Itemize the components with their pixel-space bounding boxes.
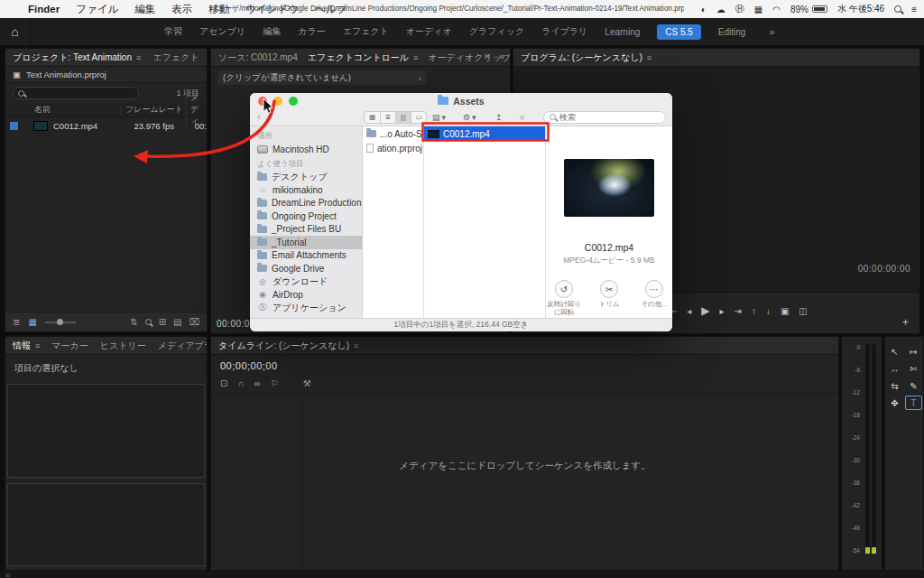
tab-media-browser[interactable]: メディアブラウ: [158, 340, 207, 352]
project-item-list[interactable]: C0012.mp4 23.976 fps 00:: [5, 117, 207, 309]
selection-tool-icon[interactable]: ↖: [886, 344, 903, 359]
lift-icon[interactable]: ↑: [752, 306, 756, 316]
sort-icons-icon[interactable]: ⇅: [130, 317, 137, 327]
notification-center-icon[interactable]: ≡: [911, 5, 917, 14]
step-back-icon[interactable]: ◂: [687, 306, 691, 316]
panel-overflow-icon[interactable]: »: [499, 51, 504, 61]
gallery-view-button[interactable]: ▭: [411, 112, 426, 123]
tab-project[interactable]: プロジェクト: Text Animation ≡: [13, 51, 141, 64]
tab-effects[interactable]: エフェクト: [152, 51, 199, 64]
list-view-button[interactable]: ≣: [380, 112, 395, 123]
track-select-tool-icon[interactable]: ↦: [905, 344, 922, 359]
tab-effect-controls[interactable]: エフェクトコントロール ≡: [308, 51, 419, 64]
sidebar-item-google-drive[interactable]: Google Drive: [250, 262, 362, 275]
timeline-settings-wrench-icon[interactable]: ⚒: [303, 378, 311, 388]
list-view-icon[interactable]: ≣: [13, 317, 20, 327]
workspace-tab-learning[interactable]: Learning: [605, 27, 640, 37]
column-framerate[interactable]: フレームレート: [121, 104, 186, 116]
sidebar-item-desktop[interactable]: デスクトップ: [250, 171, 362, 184]
home-icon[interactable]: ⌂: [0, 18, 31, 45]
zoom-window-button[interactable]: [289, 97, 298, 106]
sidebar-item-email-attachments[interactable]: Email Attachments: [250, 249, 362, 263]
forward-button[interactable]: ›: [269, 110, 273, 123]
hand-tool-icon[interactable]: ✥: [886, 396, 903, 410]
column-view-button[interactable]: |||: [395, 112, 411, 123]
workspace-tab-libraries[interactable]: ライブラリ: [541, 25, 587, 38]
menu-edit[interactable]: 編集: [126, 3, 163, 16]
sidebar-item-macintosh-hd[interactable]: Macintosh HD: [250, 143, 362, 156]
type-tool-icon[interactable]: T: [905, 396, 922, 410]
trim-icon[interactable]: ✂: [600, 280, 618, 298]
project-search-input[interactable]: [28, 89, 134, 98]
sidebar-item-ongoing-project[interactable]: Ongoing Project: [250, 210, 362, 223]
timeline-timecode[interactable]: 00;00;00;00: [220, 360, 278, 371]
minimize-window-button[interactable]: [273, 97, 282, 106]
rotate-icon[interactable]: ↺: [555, 280, 573, 298]
battery-indicator[interactable]: 89%: [790, 5, 827, 14]
sidebar-item-airdrop[interactable]: ◉ AirDrop: [250, 288, 362, 302]
ripple-edit-tool-icon[interactable]: ↔: [886, 361, 903, 376]
workspace-overflow-icon[interactable]: »: [769, 26, 774, 37]
comparison-view-icon[interactable]: ◫: [799, 306, 807, 316]
new-bin-icon[interactable]: ⊞: [159, 317, 166, 327]
action-gear-button[interactable]: ⚙ ▾: [463, 110, 476, 124]
project-item-row[interactable]: C0012.mp4 23.976 fps 00:: [5, 117, 207, 134]
close-window-button[interactable]: [258, 97, 267, 106]
menubar-clock[interactable]: 水 午後5:46: [837, 3, 884, 15]
workspace-tab-audio[interactable]: オーディオ: [406, 25, 452, 38]
quick-action-more[interactable]: ⋯ その他...: [636, 280, 672, 317]
sidebar-item-tutorial-selected[interactable]: _Tutorial: [250, 236, 362, 249]
play-icon[interactable]: ▶: [701, 304, 709, 317]
group-by-button[interactable]: ▤ ▾: [432, 110, 446, 124]
workspace-tab-effects[interactable]: エフェクト: [343, 25, 389, 38]
quick-action-rotate[interactable]: ↺ 反時計回りに回転: [546, 280, 582, 317]
share-button[interactable]: ↥: [495, 110, 503, 124]
spotlight-search-icon[interactable]: [894, 5, 901, 13]
menu-file[interactable]: ファイル: [68, 3, 126, 16]
linked-selection-icon[interactable]: ∞: [254, 378, 261, 388]
tab-source-monitor[interactable]: ソース: C0012.mp4: [218, 51, 298, 64]
display-status-icon[interactable]: ◐: [701, 5, 707, 14]
panel-menu-icon[interactable]: ≡: [354, 341, 358, 350]
workspace-tab-color[interactable]: カラー: [298, 25, 325, 38]
finder-search-field[interactable]: [543, 111, 666, 124]
snap-icon[interactable]: ∩: [237, 378, 244, 388]
sidebar-item-home[interactable]: ⌂ mikiomakino: [250, 183, 362, 197]
sidebar-item-applications[interactable]: Ⓐ アプリケーション: [250, 302, 362, 315]
add-marker-icon[interactable]: ⚐: [271, 378, 279, 388]
tab-history[interactable]: ヒストリー: [100, 340, 146, 352]
tab-info[interactable]: 情報 ≡: [13, 340, 40, 352]
column-item-auto-save[interactable]: ...o Auto-Save ›: [363, 126, 423, 141]
app-h-status-icon[interactable]: Ⓗ: [735, 3, 744, 15]
export-frame-icon[interactable]: ▣: [781, 306, 789, 316]
workspace-tab-editing[interactable]: Editing: [718, 27, 746, 37]
keyboard-status-icon[interactable]: ▦: [754, 5, 762, 14]
workspace-tab-assembly[interactable]: アセンブリ: [199, 25, 245, 38]
back-button[interactable]: ‹: [257, 110, 261, 123]
workspace-tab-learning-jp[interactable]: 学習: [164, 25, 182, 38]
column-item-prproj[interactable]: ation.prproj: [363, 141, 423, 155]
workspace-tab-graphics[interactable]: グラフィック: [469, 25, 524, 38]
thumbnail-zoom-slider[interactable]: [45, 322, 76, 323]
menu-finder[interactable]: Finder: [20, 4, 68, 14]
project-search-box[interactable]: [13, 87, 139, 99]
workspace-tab-cs55-active[interactable]: CS 5.5: [657, 24, 701, 40]
tab-timeline[interactable]: タイムライン: (シーケンスなし) ≡: [218, 340, 358, 352]
sidebar-item-downloads[interactable]: ◎ ダウンロード: [250, 275, 362, 289]
chevron-right-icon[interactable]: ›: [419, 73, 421, 83]
column-item-c0012-selected[interactable]: C0012.mp4: [424, 126, 545, 141]
new-item-icon[interactable]: ▤: [173, 317, 181, 327]
video-preview-thumbnail[interactable]: [564, 159, 654, 217]
menu-view[interactable]: 表示: [163, 3, 200, 16]
panel-menu-icon[interactable]: ≡: [413, 53, 418, 62]
finder-titlebar[interactable]: Assets: [250, 93, 672, 108]
column-name[interactable]: 名前: [5, 104, 121, 116]
more-icon[interactable]: ⋯: [645, 280, 663, 298]
label-color-chip[interactable]: [10, 122, 18, 130]
quick-action-trim[interactable]: ✂ トリム: [591, 280, 627, 317]
project-bin-row[interactable]: ▣ Text Animation.prproj: [5, 67, 207, 83]
razor-tool-icon[interactable]: ✄: [905, 361, 922, 376]
extract-icon[interactable]: ↓: [766, 306, 771, 316]
finder-search-input[interactable]: [559, 113, 660, 122]
button-editor-plus-icon[interactable]: +: [902, 316, 909, 329]
